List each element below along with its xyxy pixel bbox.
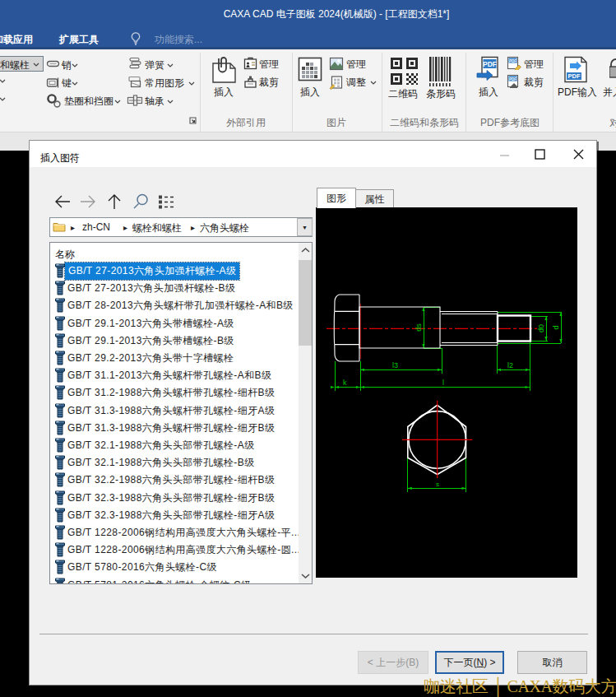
svg-text:d0: d0 — [537, 324, 545, 332]
svg-text:l3: l3 — [392, 361, 398, 369]
svg-text:PDF: PDF — [483, 60, 497, 68]
svg-text:ds: ds — [415, 323, 423, 332]
svg-text:k: k — [343, 379, 347, 387]
svg-text:l: l — [442, 379, 444, 387]
svg-text:d: d — [552, 325, 560, 329]
svg-text:PDF: PDF — [509, 59, 516, 63]
svg-text:s: s — [436, 481, 439, 488]
svg-text:PDF: PDF — [509, 77, 516, 81]
svg-text:PDF: PDF — [568, 72, 581, 80]
svg-text:l2: l2 — [507, 361, 513, 369]
